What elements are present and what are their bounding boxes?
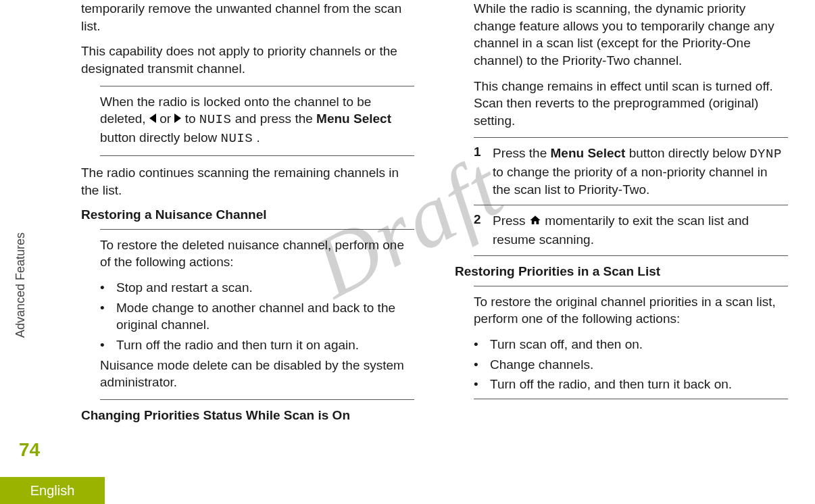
bullet-icon: •: [474, 356, 490, 374]
list-text: Turn scan off, and then on.: [490, 336, 643, 353]
subheading: Restoring Priorities in a Scan List: [455, 264, 788, 279]
subheading: Restoring a Nuisance Channel: [81, 207, 414, 222]
bullet-list: • Turn scan off, and then on. • Change c…: [474, 336, 788, 393]
bullet-icon: •: [474, 336, 490, 353]
divider: [474, 399, 788, 399]
text-fragment: to change the priority of a non-priority…: [493, 165, 768, 197]
subheading: Changing Priorities Status While Scan is…: [81, 408, 414, 423]
divider: [100, 155, 414, 156]
list-item: • Stop and restart a scan.: [100, 279, 414, 297]
divider: [474, 205, 788, 205]
body-text: temporarily remove the unwanted channel …: [81, 0, 414, 34]
procedure-block: To restore the deleted nuisance channel,…: [81, 229, 414, 400]
bullet-list: • Stop and restart a scan. • Mode change…: [100, 279, 414, 354]
list-item: • Change channels.: [474, 356, 788, 374]
list-text: Mode change to another channel and back …: [116, 299, 414, 334]
bullet-icon: •: [100, 279, 116, 297]
list-text: Turn off the radio and then turn it on a…: [116, 336, 359, 354]
softkey-label: NUIS: [221, 131, 253, 146]
text-fragment: or: [159, 111, 174, 126]
softkey-label: NUIS: [199, 112, 232, 127]
softkey-label: DYNP: [749, 147, 782, 161]
divider: [474, 137, 788, 138]
key-name: Menu Select: [316, 111, 391, 126]
step-number: 1: [474, 145, 493, 159]
list-item: • Turn scan off, and then on.: [474, 336, 788, 353]
procedure-block: To restore the original channel prioriti…: [455, 286, 788, 399]
step-number: 2: [474, 212, 493, 227]
numbered-step: 2 Press momentarily to exit the scan lis…: [474, 212, 788, 248]
step-text: When the radio is locked onto the channe…: [100, 93, 414, 148]
divider: [474, 286, 788, 286]
body-text: To restore the deleted nuisance channel,…: [100, 236, 414, 271]
numbered-step: 1 Press the Menu Select button directly …: [474, 145, 788, 198]
list-item: • Mode change to another channel and bac…: [100, 299, 414, 334]
body-text: While the radio is scanning, the dynamic…: [455, 0, 788, 70]
text-fragment: and press the: [235, 111, 316, 126]
body-text: This change remains in effect until scan…: [455, 78, 788, 130]
procedure-block: 1 Press the Menu Select button directly …: [455, 137, 788, 255]
arrow-left-icon: [149, 114, 156, 123]
text-fragment: Press: [493, 213, 529, 228]
bullet-icon: •: [100, 299, 116, 317]
divider: [100, 86, 414, 86]
bullet-icon: •: [474, 376, 490, 393]
home-icon: [529, 213, 541, 231]
arrow-right-icon: [174, 114, 181, 123]
step-text: Press the Menu Select button directly be…: [493, 145, 788, 198]
content-columns: temporarily remove the unwanted channel …: [81, 0, 788, 426]
list-text: Change channels.: [490, 356, 593, 374]
text-fragment: .: [256, 130, 260, 145]
text-fragment: button directly below: [629, 146, 750, 160]
text-fragment: Press the: [493, 146, 551, 160]
list-text: Turn off the radio, and then turn it bac…: [490, 376, 732, 393]
page-number: 74: [19, 439, 40, 461]
bullet-icon: •: [100, 336, 116, 354]
divider: [100, 229, 414, 230]
body-text: Nuisance mode delete can be disabled by …: [100, 357, 414, 391]
text-fragment: button directly below: [100, 130, 221, 145]
body-text: The radio continues scanning the remaini…: [81, 164, 414, 199]
language-tab: English: [0, 477, 105, 504]
section-label: Advanced Features: [14, 232, 28, 338]
body-text: To restore the original channel prioriti…: [474, 293, 788, 328]
list-text: Stop and restart a scan.: [116, 279, 253, 297]
body-text: This capability does not apply to priori…: [81, 43, 414, 77]
step-text: Press momentarily to exit the scan list …: [493, 212, 788, 248]
divider: [474, 255, 788, 256]
text-fragment: to: [185, 111, 199, 126]
list-item: • Turn off the radio and then turn it on…: [100, 336, 414, 354]
procedure-block: When the radio is locked onto the channe…: [81, 86, 414, 157]
manual-page: Advanced Features 74 English Draft tempo…: [0, 0, 815, 504]
key-name: Menu Select: [551, 146, 626, 160]
divider: [100, 399, 414, 400]
list-item: • Turn off the radio, and then turn it b…: [474, 376, 788, 393]
